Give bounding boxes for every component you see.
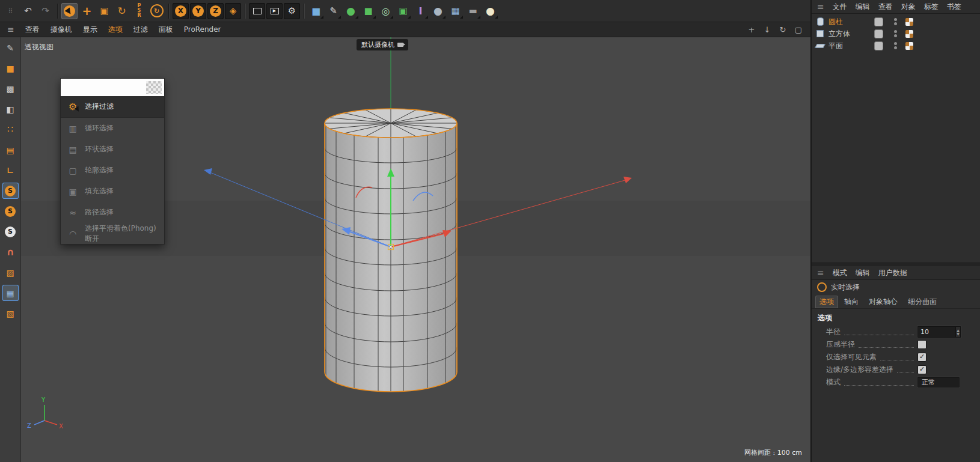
- snap-button-1[interactable]: S: [2, 183, 19, 199]
- coordinate-toggle-button[interactable]: ↻: [149, 3, 165, 19]
- add-cube-button[interactable]: ■: [308, 3, 324, 19]
- grid-quantize-button[interactable]: ▦: [2, 285, 19, 301]
- live-selection-button[interactable]: [61, 3, 78, 19]
- viewport-menu-icon[interactable]: ≡: [7, 25, 14, 34]
- edges-mode-button[interactable]: ▤: [2, 142, 19, 158]
- render-settings-button[interactable]: ⚙: [284, 3, 300, 19]
- pressure-radius-checkbox[interactable]: [917, 340, 926, 349]
- radius-input[interactable]: [918, 327, 955, 337]
- tab-subdivision[interactable]: 细分曲面: [904, 296, 941, 308]
- maximize-view-icon[interactable]: ▢: [794, 25, 803, 34]
- object-row-plane[interactable]: 平面: [812, 40, 980, 52]
- pan-view-icon[interactable]: +: [747, 25, 756, 34]
- lock-z-button[interactable]: Z: [207, 3, 224, 19]
- menu-item-outline-selection[interactable]: ▢ 轮廓选择: [61, 160, 164, 181]
- tab-options[interactable]: 选项: [815, 296, 838, 308]
- points-mode-button[interactable]: ∷: [2, 121, 19, 138]
- dolly-view-icon[interactable]: ↓: [762, 25, 772, 34]
- orbit-view-icon[interactable]: ↻: [778, 25, 788, 34]
- lock-x-button[interactable]: X: [173, 3, 189, 19]
- object-name[interactable]: 圆柱: [828, 17, 862, 27]
- attribute-manager-menu-icon[interactable]: ≡: [817, 268, 824, 278]
- om-menu-edit[interactable]: 编辑: [856, 2, 870, 12]
- radius-stepper[interactable]: ▲▼: [955, 327, 960, 337]
- rotate-tool-button[interactable]: ↻: [114, 3, 130, 19]
- visible-only-checkbox[interactable]: ✓: [917, 353, 926, 362]
- palette-grip-icon[interactable]: ⠿: [2, 3, 19, 19]
- view-label[interactable]: 透视视图: [25, 42, 54, 52]
- tab-object-axis[interactable]: 对象轴心: [865, 296, 902, 308]
- mograph-button[interactable]: ▣: [395, 3, 411, 19]
- workplane-mode-button[interactable]: ◧: [2, 101, 19, 117]
- am-menu-userdata[interactable]: 用户数据: [878, 268, 907, 278]
- viewport-perspective[interactable]: Y X Z 透视视图 默认摄像机 网格间距 : 100 cm ⚙ 选择过滤 ▥ …: [21, 37, 810, 462]
- menu-filter[interactable]: 过滤: [133, 25, 148, 35]
- om-menu-file[interactable]: 文件: [833, 2, 847, 12]
- visibility-dots[interactable]: [894, 18, 897, 25]
- object-enable-toggle[interactable]: [874, 41, 883, 50]
- menu-item-path-selection[interactable]: ≈ 路径选择: [61, 202, 164, 223]
- om-menu-view[interactable]: 查看: [878, 2, 893, 12]
- snap-button-2[interactable]: S: [2, 203, 19, 219]
- context-menu-filter-input[interactable]: [51, 81, 146, 94]
- menu-view[interactable]: 查看: [25, 25, 40, 35]
- spline-button[interactable]: I: [412, 3, 429, 19]
- lock-pattern-button[interactable]: ▨: [2, 264, 19, 281]
- texture-tag-icon[interactable]: [905, 42, 913, 50]
- psr-button[interactable]: P S R: [131, 3, 147, 19]
- cylinder-object[interactable]: [325, 109, 457, 392]
- menu-options[interactable]: 选项: [108, 25, 123, 35]
- light-button[interactable]: ●: [482, 3, 498, 19]
- undo-button[interactable]: ↶: [20, 3, 36, 19]
- subdivision-surface-button[interactable]: ●: [343, 3, 359, 19]
- menu-item-ring-selection[interactable]: ▤ 环状选择: [61, 139, 164, 160]
- visibility-dots[interactable]: [894, 30, 897, 37]
- magnet-snap-button[interactable]: ∩: [2, 244, 19, 260]
- menu-display[interactable]: 显示: [83, 25, 97, 35]
- om-menu-object[interactable]: 对象: [901, 2, 916, 12]
- options-section-title[interactable]: 选项: [812, 309, 980, 326]
- lock-y-button[interactable]: Y: [190, 3, 206, 19]
- tab-axis[interactable]: 轴向: [840, 296, 863, 308]
- model-mode-button[interactable]: ■: [2, 60, 19, 76]
- rotate-pattern-button[interactable]: ▧: [2, 305, 19, 321]
- volume-button[interactable]: ●: [430, 3, 446, 19]
- pen-tool-button[interactable]: ✎: [325, 3, 341, 19]
- menu-camera[interactable]: 摄像机: [51, 25, 72, 35]
- coordinate-system-button[interactable]: ◈: [225, 3, 241, 19]
- texture-tag-icon[interactable]: [905, 18, 913, 26]
- menu-item-selection-filter[interactable]: ⚙ 选择过滤: [61, 96, 164, 118]
- om-menu-tags[interactable]: 标签: [924, 2, 939, 12]
- object-row-cube[interactable]: 立方体: [812, 28, 980, 40]
- camera-button[interactable]: ▬: [465, 3, 481, 19]
- mode-select[interactable]: 正常: [917, 377, 960, 388]
- object-enable-toggle[interactable]: [874, 17, 883, 26]
- object-row-cylinder[interactable]: 圆柱: [812, 16, 980, 28]
- menu-item-fill-selection[interactable]: ▣ 填充选择: [61, 181, 164, 202]
- floor-button[interactable]: ▦: [447, 3, 464, 19]
- generator-button[interactable]: ■: [360, 3, 376, 19]
- object-name[interactable]: 平面: [828, 41, 862, 51]
- visibility-dots[interactable]: [894, 42, 897, 49]
- am-menu-edit[interactable]: 编辑: [856, 268, 870, 278]
- menu-panel[interactable]: 面板: [159, 25, 173, 35]
- render-view-button[interactable]: [249, 3, 265, 19]
- object-name[interactable]: 立方体: [828, 29, 862, 39]
- scale-tool-button[interactable]: ▣: [96, 3, 112, 19]
- move-tool-button[interactable]: +: [79, 3, 95, 19]
- axis-mode-button[interactable]: ∟: [2, 162, 19, 178]
- texture-mode-button[interactable]: ▩: [2, 81, 19, 97]
- menu-prorender[interactable]: ProRender: [184, 25, 221, 34]
- redo-button[interactable]: ↷: [37, 3, 54, 19]
- object-enable-toggle[interactable]: [874, 29, 883, 38]
- menu-item-phong-break-selection[interactable]: ◠ 选择平滑着色(Phong)断开: [61, 223, 164, 244]
- render-to-picture-button[interactable]: ▶: [266, 3, 283, 19]
- texture-tag-icon[interactable]: [905, 30, 913, 38]
- tolerant-edge-checkbox[interactable]: ✓: [917, 365, 926, 374]
- om-menu-bookmarks[interactable]: 书签: [947, 2, 961, 12]
- make-editable-button[interactable]: ✎: [2, 40, 19, 56]
- snap-button-3[interactable]: S: [2, 223, 19, 240]
- menu-item-loop-selection[interactable]: ▥ 循环选择: [61, 118, 164, 139]
- object-manager-menu-icon[interactable]: ≡: [817, 2, 824, 11]
- deformer-button[interactable]: ◎: [378, 3, 394, 19]
